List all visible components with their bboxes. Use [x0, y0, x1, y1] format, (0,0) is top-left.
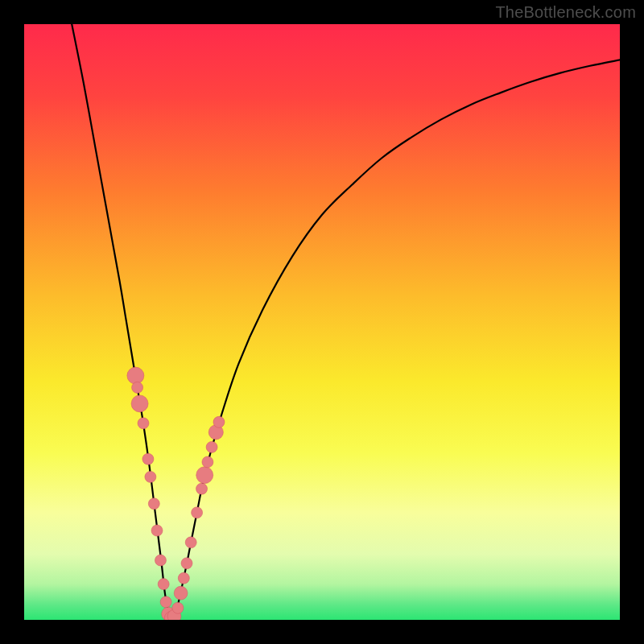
chart-svg	[24, 24, 620, 620]
data-marker	[155, 555, 166, 566]
gradient-background	[24, 24, 620, 620]
data-marker	[131, 395, 148, 412]
data-marker	[172, 602, 184, 613]
data-marker	[178, 572, 189, 584]
data-marker	[148, 498, 159, 510]
data-marker	[181, 558, 192, 569]
data-marker	[158, 579, 169, 590]
chart-frame: TheBottleneck.com	[0, 0, 644, 644]
data-marker	[192, 507, 203, 518]
data-marker	[127, 367, 144, 384]
data-marker	[132, 382, 143, 393]
plot-area	[24, 24, 620, 620]
watermark-text: TheBottleneck.com	[495, 3, 636, 22]
data-marker	[213, 416, 225, 427]
data-marker	[196, 467, 213, 484]
data-marker	[174, 586, 188, 600]
data-marker	[142, 453, 154, 464]
data-marker	[206, 441, 217, 452]
data-marker	[196, 483, 208, 494]
data-marker	[202, 456, 213, 468]
data-marker	[160, 597, 171, 608]
data-marker	[138, 418, 149, 429]
data-marker	[151, 525, 163, 536]
data-marker	[145, 471, 156, 482]
data-marker	[185, 537, 196, 548]
